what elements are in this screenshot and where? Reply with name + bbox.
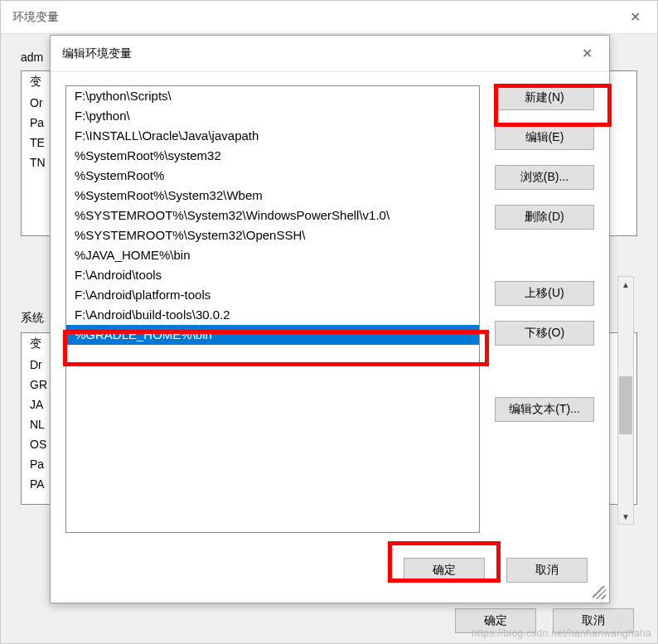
edit-env-var-dialog: 编辑环境变量 ✕ F:\python\Scripts\F:\python\F:\… [50, 35, 610, 603]
edit-button[interactable]: 编辑(E) [495, 125, 594, 150]
outer-title-text: 环境变量 [12, 10, 59, 25]
scroll-up-icon[interactable]: ▲ [619, 277, 632, 292]
new-button[interactable]: 新建(N) [495, 85, 594, 110]
inner-title-text: 编辑环境变量 [62, 46, 132, 61]
close-icon[interactable]: ✕ [625, 9, 646, 25]
cancel-button[interactable]: 取消 [506, 558, 588, 583]
path-entry[interactable]: %SYSTEMROOT%\System32\WindowsPowerShell\… [66, 206, 479, 225]
ok-button[interactable]: 确定 [404, 558, 485, 583]
inner-footer: 确定 取消 [404, 558, 588, 583]
path-entry[interactable]: F:\Android\platform-tools [66, 285, 479, 305]
inner-titlebar: 编辑环境变量 ✕ [51, 36, 609, 72]
path-entry[interactable]: F:\python\ [66, 106, 479, 126]
path-entry[interactable]: %SystemRoot%\system32 [66, 146, 479, 166]
delete-button[interactable]: 删除(D) [495, 205, 594, 230]
side-button-column: 新建(N) 编辑(E) 浏览(B)... 删除(D) 上移(U) 下移(O) 编… [495, 85, 594, 533]
path-entry[interactable]: %SystemRoot%\System32\Wbem [66, 186, 479, 206]
watermark-text: https://blog.csdn.net/hanhanwanghaha [472, 627, 651, 639]
path-entry[interactable]: %SystemRoot% [66, 166, 479, 186]
path-entry[interactable]: F:\Android\build-tools\30.0.2 [66, 305, 479, 325]
move-down-button[interactable]: 下移(O) [495, 321, 594, 346]
path-entry[interactable]: %GRADLE_HOME%\bin [66, 325, 479, 345]
path-entry[interactable]: F:\python\Scripts\ [66, 86, 479, 106]
path-entry[interactable]: F:\Android\tools [66, 265, 479, 285]
close-icon[interactable]: ✕ [577, 46, 598, 61]
outer-titlebar: 环境变量 ✕ [1, 1, 657, 34]
scrollbar[interactable]: ▲ ▼ [617, 276, 634, 525]
scroll-thumb[interactable] [619, 376, 632, 434]
path-entry[interactable]: %SYSTEMROOT%\System32\OpenSSH\ [66, 225, 479, 245]
inner-body: F:\python\Scripts\F:\python\F:\INSTALL\O… [51, 72, 609, 533]
move-up-button[interactable]: 上移(U) [495, 281, 594, 306]
edit-text-button[interactable]: 编辑文本(T)... [495, 397, 594, 422]
resize-grip-icon[interactable] [593, 586, 606, 599]
browse-button[interactable]: 浏览(B)... [495, 165, 594, 190]
path-entry[interactable]: %JAVA_HOME%\bin [66, 245, 479, 265]
path-entry[interactable]: F:\INSTALL\Oracle\Java\javapath [66, 126, 479, 146]
scroll-down-icon[interactable]: ▼ [619, 509, 632, 524]
path-entries-list[interactable]: F:\python\Scripts\F:\python\F:\INSTALL\O… [65, 85, 480, 533]
